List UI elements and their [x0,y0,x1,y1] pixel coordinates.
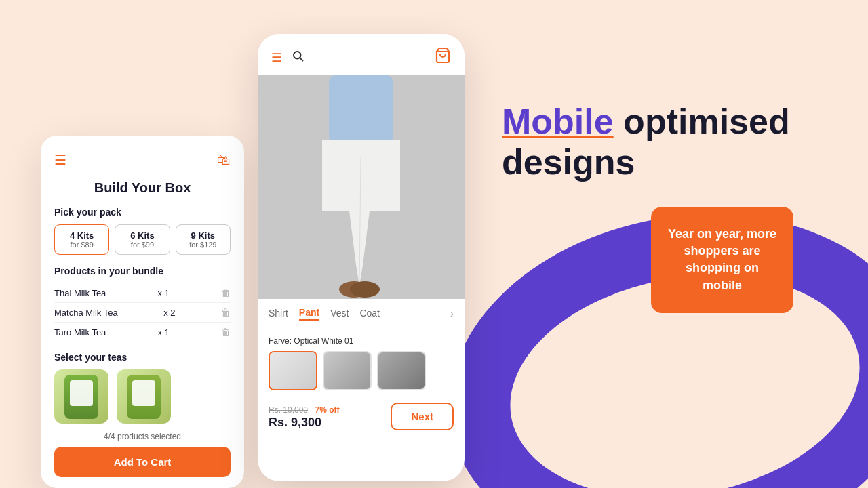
phone-left-title: Build Your Box [54,180,231,196]
kit-6-button[interactable]: 6 Kits for $99 [115,224,170,255]
phone-left-mockup: ☰ 🛍 Build Your Box Pick your pack 4 Kits… [41,136,244,488]
farve-label: Farve: Optical White 01 [269,336,454,346]
menu-icon[interactable]: ☰ [271,50,282,65]
headline-optimised-word: optimised [614,102,790,141]
product-3-qty: x 1 [158,327,170,338]
product-item: Thai Milk Tea x 1 🗑 [54,283,231,303]
header-left-icons: ☰ [271,49,304,65]
svg-line-1 [300,58,302,60]
hamburger-icon[interactable]: ☰ [54,152,66,168]
color-section: Farve: Optical White 01 [258,329,465,397]
products-section: Products in your bundle Thai Milk Tea x … [54,266,231,342]
headline-mobile-word: Mobile [502,102,614,141]
swatch-3[interactable] [377,351,426,390]
products-label: Products in your bundle [54,266,231,277]
phone-right-header: ☰ [258,34,465,75]
product-3-name: Taro Milk Tea [54,327,106,338]
kit-9-name: 9 Kits [179,230,227,241]
headline-line2: designs [502,142,814,183]
product-image-area [258,75,465,299]
product-1-qty: x 1 [158,288,170,298]
headline-section: Mobile optimised designs [502,102,814,183]
delete-product-1-icon[interactable]: 🗑 [221,287,231,298]
tab-shirt[interactable]: Shirt [269,308,288,320]
purple-arc-decoration [422,178,868,488]
original-price: Rs. 10,000 [269,405,308,415]
svg-rect-4 [329,75,393,143]
kit-4-price: for $89 [58,241,106,249]
product-1-name: Thai Milk Tea [54,288,106,298]
tab-vest[interactable]: Vest [330,308,349,320]
phone-left-header: ☰ 🛍 [54,152,231,168]
product-2-qty: x 2 [163,308,175,318]
orange-card-text: Year on year, more shoppers are shopping… [665,226,780,294]
search-icon[interactable] [292,49,304,65]
price-section: Rs. 10,000 7% off Rs. 9,300 Next [258,397,465,439]
category-tabs: Shirt Pant Vest Coat › [258,299,465,329]
tea-can-2 [127,375,161,419]
delete-product-3-icon[interactable]: 🗑 [221,327,231,338]
tab-arrow-icon[interactable]: › [450,308,454,320]
kit-options: 4 Kits for $89 6 Kits for $99 9 Kits for… [54,224,231,255]
selected-count: 4/4 products selected [54,432,231,441]
select-teas-label: Select your teas [54,352,231,363]
color-swatches [269,351,454,390]
cart-icon-right[interactable] [435,47,451,67]
phone-left-footer: 4/4 products selected Add To Cart [54,424,231,477]
product-image-svg [258,75,465,299]
tab-coat[interactable]: Coat [359,308,380,320]
tab-pant[interactable]: Pant [299,307,319,321]
product-2-name: Matcha Milk Tea [54,308,118,318]
kit-4-button[interactable]: 4 Kits for $89 [54,224,109,255]
product-item: Matcha Milk Tea x 2 🗑 [54,303,231,323]
discount-badge: 7% off [315,405,340,415]
add-to-cart-button[interactable]: Add To Cart [54,447,231,477]
kit-6-name: 6 Kits [118,230,166,241]
tea-image-1[interactable] [54,369,108,424]
kit-6-price: for $99 [118,241,166,249]
swatch-2[interactable] [323,351,372,390]
kit-9-price: for $129 [179,241,227,249]
tea-image-2[interactable] [117,369,171,424]
price-info: Rs. 10,000 7% off Rs. 9,300 [269,403,340,430]
tea-can-1 [64,375,98,419]
kit-4-name: 4 Kits [58,230,106,241]
delete-product-2-icon[interactable]: 🗑 [221,307,231,318]
svg-point-7 [350,281,380,298]
product-item: Taro Milk Tea x 1 🗑 [54,323,231,342]
phone-right-mockup: ☰ [258,34,465,481]
swatch-1[interactable] [269,351,317,390]
pick-pack-label: Pick your pack [54,207,231,218]
orange-card: Year on year, more shoppers are shopping… [651,207,793,313]
current-price: Rs. 9,300 [269,415,340,430]
kit-9-button[interactable]: 9 Kits for $129 [176,224,231,255]
tea-images [54,369,231,424]
cart-icon-left[interactable]: 🛍 [217,152,231,168]
next-button[interactable]: Next [391,403,454,430]
